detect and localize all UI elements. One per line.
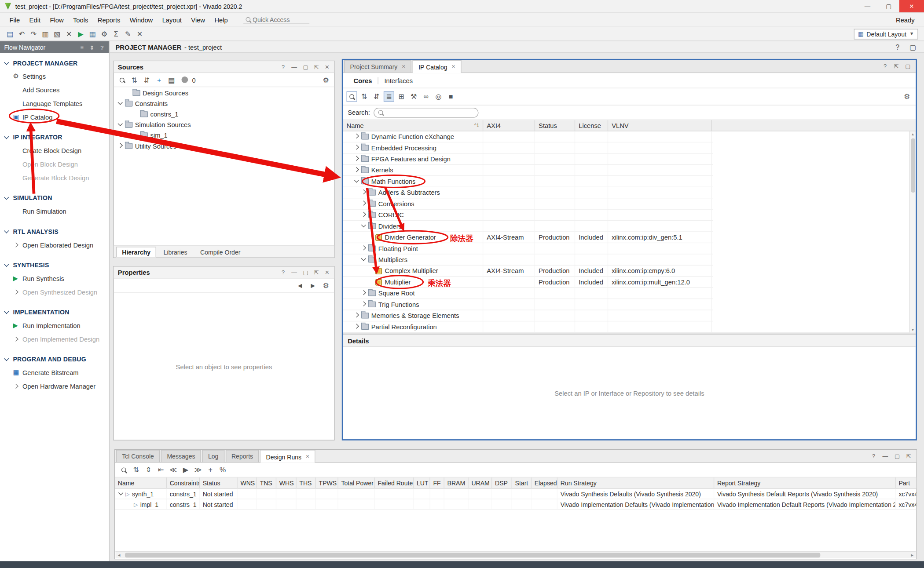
chevron-right-icon[interactable] <box>361 290 368 297</box>
chevron-down-icon[interactable] <box>118 490 125 497</box>
minimize-button[interactable]: — <box>857 0 878 12</box>
flow-section-header-project-manager[interactable]: PROJECT MANAGER <box>0 57 109 69</box>
flow-section-header-rtl-analysis[interactable]: RTL ANALYSIS <box>0 225 109 238</box>
go-to-start-icon[interactable]: ⇤ <box>156 465 166 475</box>
flow-section-header-synthesis[interactable]: SYNTHESIS <box>0 259 109 271</box>
stop-icon[interactable]: ■ <box>446 91 456 102</box>
close-icon[interactable]: ✕ <box>451 64 455 69</box>
search-icon[interactable] <box>118 465 129 475</box>
flow-item-create-block-design[interactable]: Create Block Design <box>0 144 109 157</box>
delete-icon[interactable]: ✕ <box>64 29 74 39</box>
percent-icon[interactable]: % <box>217 465 228 475</box>
sum-icon[interactable]: Σ <box>111 29 121 39</box>
chevron-right-icon[interactable] <box>354 323 361 330</box>
source-constrs-1[interactable]: constrs_1 <box>114 109 334 120</box>
flow-item-run-synthesis[interactable]: ▶Run Synthesis <box>0 271 109 285</box>
maximize-icon[interactable]: ▢ <box>302 63 309 71</box>
runs-column-constraints[interactable]: Constraints <box>167 477 200 488</box>
back-icon[interactable]: ◄ <box>295 280 305 291</box>
copy-icon[interactable]: ▥ <box>40 29 51 39</box>
flow-section-header-implementation[interactable]: IMPLEMENTATION <box>0 306 109 318</box>
flow-item-settings[interactable]: ⚙Settings <box>0 69 109 83</box>
maximize-icon[interactable]: ▢ <box>894 452 901 460</box>
ip-row-dynamic-function-exchange[interactable]: Dynamic Function eXchange <box>343 131 713 142</box>
maximize-button[interactable]: ▢ <box>878 0 899 12</box>
tab-tcl-console[interactable]: Tcl Console <box>116 450 160 462</box>
tab-reports[interactable]: Reports <box>226 450 259 462</box>
chevron-down-icon[interactable] <box>361 222 368 229</box>
ip-row-cordic[interactable]: CORDIC <box>343 210 713 221</box>
edit-icon[interactable]: ✎ <box>123 29 133 39</box>
forward-icon[interactable]: ► <box>308 280 318 291</box>
minimize-icon[interactable]: — <box>882 452 888 460</box>
runs-column-tns[interactable]: TNS <box>257 477 276 488</box>
chevron-right-icon[interactable] <box>354 167 361 174</box>
flow-item-generate-bitstream[interactable]: ▦Generate Bitstream <box>0 366 109 379</box>
subtab-cores[interactable]: Cores <box>348 77 378 84</box>
ip-row-divider-generator[interactable]: Divider GeneratorAXI4-StreamProductionIn… <box>343 232 713 243</box>
ip-row-partial-reconfiguration[interactable]: Partial Reconfiguration <box>343 321 713 332</box>
run-icon[interactable]: ▶ <box>75 29 86 39</box>
redo-icon[interactable]: ↷ <box>28 29 39 39</box>
flow-section-header-program-and-debug[interactable]: PROGRAM AND DEBUG <box>0 353 109 365</box>
settings-icon[interactable]: ⚙ <box>99 29 110 39</box>
link-icon[interactable]: ∞ <box>421 91 431 102</box>
subtab-interfaces[interactable]: Interfaces <box>378 77 419 84</box>
collapse-all-icon[interactable]: ⇅ <box>359 91 370 102</box>
runs-column-wns[interactable]: WNS <box>238 477 257 488</box>
runs-column-elapsed[interactable]: Elapsed <box>532 477 557 488</box>
runs-column-status[interactable]: Status <box>200 477 238 488</box>
flow-item-ip-catalog[interactable]: ▣IP Catalog <box>0 110 109 124</box>
ip-row-square-root[interactable]: Square Root <box>343 288 713 299</box>
column-header-name[interactable]: Name^1 <box>343 120 483 131</box>
paste-icon[interactable]: ▧ <box>52 29 62 39</box>
scroll-up-icon[interactable]: ▲ <box>911 131 915 137</box>
chevron-right-icon[interactable] <box>117 142 125 149</box>
ip-row-math-functions[interactable]: Math Functions <box>343 176 713 187</box>
chevron-right-icon[interactable] <box>361 245 368 252</box>
sources-tab-libraries[interactable]: Libraries <box>158 247 193 257</box>
ip-row-conversions[interactable]: Conversions <box>343 198 713 209</box>
step-back-icon[interactable]: ≪ <box>168 465 179 475</box>
scrollbar-thumb[interactable] <box>911 138 915 193</box>
runs-column-part[interactable]: Part <box>896 477 917 488</box>
help-icon[interactable]: ? <box>280 268 286 277</box>
ip-row-multipliers[interactable]: Multipliers <box>343 255 713 266</box>
scroll-down-icon[interactable]: ▼ <box>911 327 915 332</box>
chevron-right-icon[interactable] <box>354 133 361 140</box>
float-icon[interactable]: ⇱ <box>314 268 319 277</box>
scroll-left-icon[interactable]: ◄ <box>116 553 123 557</box>
ip-row-adders-subtracters[interactable]: Adders & Subtracters <box>343 187 713 198</box>
ip-row-floating-point[interactable]: Floating Point <box>343 243 713 254</box>
flow-section-header-ip-integrator[interactable]: IP INTEGRATOR <box>0 131 109 143</box>
runs-column-dsp[interactable]: DSP <box>492 477 512 488</box>
minimize-icon[interactable]: — <box>291 63 297 71</box>
runs-column-ff[interactable]: FF <box>430 477 444 488</box>
expand-collapse-icon[interactable]: ⇕ <box>89 43 95 51</box>
float-icon[interactable]: ⇱ <box>314 63 319 71</box>
ip-row-embedded-processing[interactable]: Embedded Processing <box>343 142 713 153</box>
ip-row-trig-functions[interactable]: Trig Functions <box>343 299 713 310</box>
save-icon[interactable]: ▤ <box>5 29 15 39</box>
undo-icon[interactable]: ↶ <box>17 29 27 39</box>
tab-messages[interactable]: Messages <box>161 450 201 462</box>
play-icon[interactable]: ▶ <box>180 465 191 475</box>
close-button[interactable]: ✕ <box>899 0 924 12</box>
runs-column-ths[interactable]: THS <box>297 477 316 488</box>
sort-icon[interactable]: ⇕ <box>143 465 154 475</box>
program-flow-icon[interactable]: ▦ <box>87 29 98 39</box>
ip-search-box[interactable] <box>374 107 478 117</box>
flow-item-open-elaborated-design[interactable]: Open Elaborated Design <box>0 238 109 251</box>
ip-row-multiplier[interactable]: MultiplierProductionIncludedxilinx.com:i… <box>343 277 713 288</box>
help-icon[interactable]: ? <box>892 41 903 52</box>
scrollbar-thumb[interactable] <box>125 553 820 557</box>
tab-log[interactable]: Log <box>202 450 224 462</box>
collapse-all-icon[interactable]: ⇅ <box>131 465 141 475</box>
float-icon[interactable]: ⇱ <box>906 452 911 460</box>
menu-layout[interactable]: Layout <box>158 16 187 23</box>
menu-file[interactable]: File <box>5 16 25 23</box>
scroll-right-icon[interactable]: ► <box>909 553 916 557</box>
chevron-right-icon[interactable] <box>361 189 368 196</box>
design-run-impl-1[interactable]: ▷impl_1constrs_1Not startedVivado Implem… <box>115 499 916 510</box>
minimize-icon[interactable]: — <box>291 268 297 277</box>
